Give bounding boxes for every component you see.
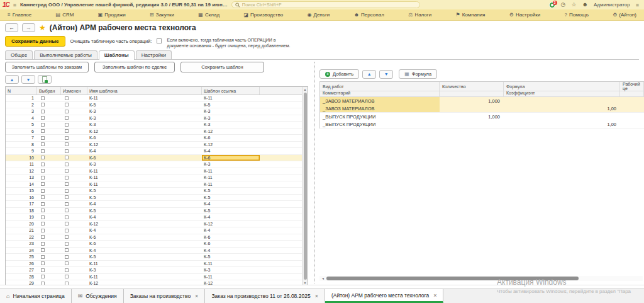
selected-cell[interactable] [37, 115, 61, 122]
template-name-cell[interactable]: К-5 [87, 195, 202, 201]
user-icon[interactable]: ☻ [582, 2, 588, 8]
changed-cell[interactable] [61, 115, 87, 122]
changed-checkbox[interactable] [65, 156, 69, 159]
template-ref-cell[interactable]: К-4 [202, 148, 260, 154]
selected-cell[interactable] [37, 195, 61, 201]
selected-checkbox[interactable] [41, 275, 45, 278]
changed-checkbox[interactable] [65, 255, 69, 259]
changed-cell[interactable] [61, 248, 87, 254]
template-ref-cell[interactable]: К-3 [202, 108, 260, 115]
menu-item-CRM[interactable]: ▤CRM [56, 12, 74, 18]
template-row[interactable]: 5К-3К-3 [6, 122, 302, 129]
selected-cell[interactable] [37, 129, 61, 135]
vertical-scrollbar[interactable]: ▲ ▼ [302, 87, 308, 285]
selected-checkbox[interactable] [41, 176, 45, 180]
template-ref-cell[interactable]: К-5 [202, 208, 260, 214]
template-ref-cell[interactable]: К-4 [202, 248, 260, 254]
col-n[interactable]: N [6, 87, 37, 94]
changed-checkbox[interactable] [65, 189, 69, 193]
selected-checkbox[interactable] [41, 110, 45, 113]
selected-cell[interactable] [37, 267, 61, 273]
selected-cell[interactable] [37, 108, 61, 115]
template-ref-cell[interactable]: К-6 [202, 234, 260, 241]
col-changed[interactable]: Изменен [61, 87, 87, 94]
history-icon[interactable]: ◷ [561, 2, 566, 8]
template-row[interactable]: 21К-4К-4 [6, 227, 302, 234]
template-ref-cell[interactable]: К-11 [202, 95, 260, 101]
template-ref-cell[interactable]: К-4 [202, 227, 260, 234]
template-name-cell[interactable]: К-11 [87, 274, 202, 280]
template-row[interactable]: 26К-11К-11 [6, 261, 302, 268]
selected-cell[interactable] [37, 122, 61, 128]
changed-cell[interactable] [61, 221, 87, 227]
operation-row[interactable]: _ВЫПУСК ПРОДУКЦИИ1,000_ВЫПУСК ПРОДУКЦИИ1… [320, 113, 644, 129]
close-icon[interactable]: × [195, 293, 198, 299]
selected-checkbox[interactable] [41, 222, 45, 226]
save-template-button[interactable]: Сохранить шаблон [180, 62, 264, 72]
coefficient-cell[interactable]: 1,00 [504, 105, 620, 112]
changed-cell[interactable] [61, 135, 87, 141]
template-ref-cell[interactable]: К-11 [202, 168, 260, 174]
changed-checkbox[interactable] [65, 275, 69, 278]
template-name-cell[interactable]: К-11 [87, 174, 202, 181]
changed-cell[interactable] [61, 234, 87, 241]
quantity-cell[interactable]: 1,000 [440, 113, 504, 120]
template-name-cell[interactable]: К-4 [87, 248, 202, 254]
changed-cell[interactable] [61, 174, 87, 181]
changed-checkbox[interactable] [65, 268, 69, 272]
changed-cell[interactable] [61, 161, 87, 168]
changed-cell[interactable] [61, 201, 87, 207]
selected-cell[interactable] [37, 102, 61, 108]
template-name-cell[interactable]: К-3 [87, 267, 202, 273]
changed-cell[interactable] [61, 102, 87, 108]
template-ref-cell[interactable]: К-4 [202, 201, 260, 207]
selected-checkbox[interactable] [41, 163, 45, 166]
menu-item-Компания[interactable]: ⚑Компания [456, 12, 486, 18]
changed-checkbox[interactable] [65, 163, 69, 166]
template-name-cell[interactable]: К-12 [87, 129, 202, 135]
quantity-cell[interactable]: 1,000 [440, 97, 504, 105]
scrollbar-thumb[interactable] [304, 93, 307, 280]
changed-checkbox[interactable] [65, 96, 69, 100]
template-name-cell[interactable]: К-11 [87, 168, 202, 174]
template-name-cell[interactable]: К-3 [87, 122, 202, 128]
template-row[interactable]: 6К-12К-12 [6, 129, 302, 135]
favorite-star-icon[interactable]: ★ [39, 24, 46, 31]
template-row[interactable]: 2К-5К-5 [6, 102, 302, 109]
selected-checkbox[interactable] [41, 189, 45, 193]
fill-templates-by-orders-button[interactable]: Заполнить шаблоны по заказам [5, 62, 89, 72]
global-search[interactable] [231, 1, 420, 8]
notifications-icon[interactable]: 2 [549, 2, 555, 8]
menu-item-Главное[interactable]: ≡Главное [8, 12, 31, 18]
comment-cell[interactable]: _ЗАВОЗ МАТЕРИАЛОВ [320, 105, 440, 112]
template-name-cell[interactable]: К-3 [87, 108, 202, 115]
template-row[interactable]: 27К-3К-3 [6, 267, 302, 274]
selected-cell[interactable] [37, 208, 61, 214]
selected-checkbox[interactable] [41, 255, 45, 259]
selected-checkbox[interactable] [41, 142, 45, 146]
selected-cell[interactable] [37, 241, 61, 247]
changed-cell[interactable] [61, 195, 87, 201]
changed-cell[interactable] [61, 142, 87, 148]
selected-cell[interactable] [37, 148, 61, 154]
close-icon[interactable]: × [315, 293, 318, 299]
main-menu-icon[interactable]: ≡ [13, 2, 16, 8]
template-name-cell[interactable]: К-6 [87, 241, 202, 247]
template-name-cell[interactable]: К-5 [87, 208, 202, 214]
template-ref-cell[interactable]: К-5 [202, 102, 260, 108]
template-name-cell[interactable]: К-4 [87, 148, 202, 154]
menu-item-Налоги[interactable]: ⚖Налоги [408, 12, 431, 18]
tab-Настройки[interactable]: Настройки [136, 50, 172, 59]
menu-item-Деньги[interactable]: ◉Деньги [308, 12, 330, 18]
changed-cell[interactable] [61, 188, 87, 194]
changed-cell[interactable] [61, 95, 87, 101]
template-row[interactable]: 23К-6К-6 [6, 241, 302, 248]
changed-checkbox[interactable] [65, 195, 69, 199]
template-row[interactable]: 10К-6К-6 [6, 155, 302, 162]
selected-cell[interactable] [37, 155, 61, 161]
service-menu-icon[interactable]: ≡ [636, 2, 639, 8]
selected-cell[interactable] [37, 161, 61, 168]
save-data-button[interactable]: Сохранить данные [5, 36, 65, 47]
template-name-cell[interactable]: К-11 [87, 95, 202, 101]
changed-checkbox[interactable] [65, 222, 69, 226]
